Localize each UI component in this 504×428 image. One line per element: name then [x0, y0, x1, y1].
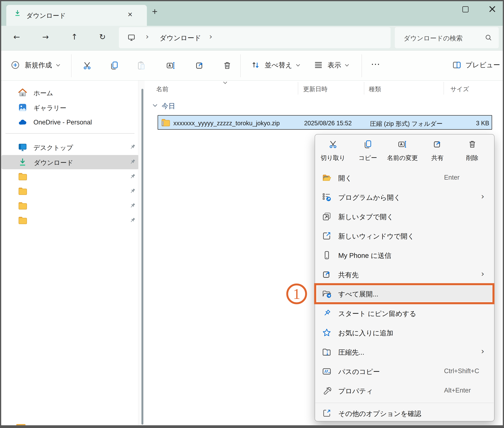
open-with-icon [322, 192, 332, 202]
column-divider[interactable] [444, 82, 444, 95]
group-collapse-chevron-icon[interactable] [153, 102, 157, 107]
scrollbar-thumb[interactable] [141, 89, 143, 425]
quick-action-label: 名前の変更 [386, 154, 419, 162]
toolbar-divider [240, 54, 241, 77]
menu-item-open-new-window[interactable]: 新しいウィンドウで開く [315, 226, 494, 246]
sort-direction-chevron-icon [223, 80, 227, 84]
folder-icon [17, 186, 28, 197]
menu-item-properties[interactable]: プロパティ Alt+Enter [315, 381, 494, 400]
sidebar-item-label: ギャラリー [33, 104, 66, 112]
menu-item-open[interactable]: 開く Enter [315, 168, 494, 187]
sidebar-item-downloads[interactable]: ダウンロード [1, 155, 139, 169]
step-annotation-circle: 1 [286, 284, 307, 304]
rename-button[interactable] [166, 61, 176, 70]
column-header-name[interactable]: 名前 [156, 85, 168, 93]
home-icon [17, 87, 28, 98]
view-button[interactable]: 表示 [314, 60, 348, 70]
more-options-button[interactable]: … [371, 56, 381, 67]
group-header-today[interactable]: 今日 [162, 101, 175, 111]
new-plus-icon [10, 60, 20, 70]
file-row-selected[interactable]: xxxxxxx_yyyyy_zzzzz_toroku_jokyo.zip 202… [157, 115, 492, 130]
quick-action-label: 切り取り [317, 154, 349, 162]
tab-bar: ダウンロード × + × [1, 1, 503, 26]
preview-icon [452, 60, 461, 70]
chevron-down-icon [345, 63, 349, 66]
column-header-modified[interactable]: 更新日時 [303, 85, 328, 93]
menu-item-compress-to[interactable]: 圧縮先... › [315, 342, 494, 362]
column-divider[interactable] [298, 82, 298, 95]
breadcrumb-separator: › [146, 32, 149, 41]
close-button[interactable]: × [488, 2, 497, 15]
address-bar[interactable]: › ダウンロード › [119, 27, 391, 48]
sidebar-item-gallery[interactable]: ギャラリー [1, 101, 137, 115]
sidebar-item-folder-4[interactable] [1, 214, 137, 228]
quick-action-copy[interactable]: コピー [352, 138, 384, 165]
copy-button[interactable] [109, 61, 119, 70]
refresh-button[interactable]: ↻ [99, 32, 106, 41]
pin-icon [129, 187, 136, 195]
pin-icon [129, 158, 136, 165]
file-size: 3 KB [454, 120, 489, 127]
sidebar-item-label: デスクトップ [33, 143, 73, 152]
pin-icon [129, 143, 136, 151]
sidebar-divider [5, 133, 134, 134]
maximize-button[interactable] [463, 6, 469, 12]
menu-item-share-to[interactable]: 共有先 › [315, 265, 494, 284]
quick-action-share[interactable]: 共有 [421, 138, 454, 165]
sidebar-item-folder-1[interactable] [1, 170, 137, 184]
quick-action-cut[interactable]: 切り取り [317, 138, 349, 165]
cut-button[interactable] [82, 61, 92, 70]
up-button[interactable]: ↑ [71, 32, 78, 41]
menu-item-open-with[interactable]: プログラムから開く › [315, 187, 494, 207]
sidebar-item-folder-3[interactable] [1, 199, 137, 213]
delete-icon [468, 140, 477, 149]
quick-action-rename[interactable]: 名前の変更 [386, 138, 419, 165]
menu-item-add-favorites[interactable]: お気に入りに追加 [315, 323, 494, 342]
tab-close-icon[interactable]: × [128, 10, 132, 19]
sidebar-item-onedrive[interactable]: OneDrive - Personal [1, 116, 137, 130]
breadcrumb-downloads[interactable]: ダウンロード [160, 33, 201, 43]
quick-action-delete[interactable]: 削除 [456, 138, 488, 165]
preview-button[interactable]: プレビュー [452, 60, 500, 70]
sort-button[interactable]: 並べ替え [251, 60, 299, 70]
share-icon [433, 140, 442, 149]
menu-item-label: お気に入りに追加 [338, 328, 393, 338]
sidebar-item-folder-2[interactable] [1, 185, 137, 198]
column-header-type[interactable]: 種類 [369, 85, 381, 93]
tab-downloads[interactable]: ダウンロード × [6, 5, 147, 27]
maximize-icon [463, 6, 469, 12]
view-icon [314, 60, 323, 70]
menu-item-show-more-options[interactable]: その他のオプションを確認 [315, 405, 494, 421]
menu-item-copy-path[interactable]: パスのコピー Ctrl+Shift+C [315, 362, 494, 381]
view-label: 表示 [328, 60, 341, 70]
menu-item-send-my-phone[interactable]: My Phone に送信 [315, 246, 494, 265]
search-icon[interactable] [485, 34, 493, 42]
new-button[interactable]: 新規作成 [10, 60, 59, 70]
paste-button[interactable] [136, 61, 146, 70]
copy-icon [363, 140, 372, 149]
sidebar: ホーム ギャラリー OneDrive - Personal [1, 81, 138, 425]
search-box[interactable]: ダウンロードの検索 [395, 27, 499, 48]
share-button[interactable] [195, 61, 205, 70]
search-placeholder: ダウンロードの検索 [404, 34, 463, 43]
menu-item-shortcut: Ctrl+Shift+C [444, 367, 479, 375]
quick-action-label: 共有 [421, 154, 454, 162]
folder-icon [17, 215, 28, 226]
submenu-chevron-icon: › [481, 192, 484, 200]
gallery-icon [17, 102, 28, 113]
delete-button[interactable] [223, 61, 232, 70]
sidebar-item-desktop[interactable]: デスクトップ [1, 140, 137, 154]
column-header-size[interactable]: サイズ [450, 85, 469, 93]
forward-button[interactable]: → [42, 32, 49, 41]
new-tab-button[interactable]: + [152, 6, 157, 17]
back-button[interactable]: ← [13, 32, 20, 41]
menu-item-open-new-tab[interactable]: 新しいタブで開く [315, 207, 494, 226]
sidebar-scrollbar[interactable] [138, 81, 145, 425]
this-pc-icon[interactable] [127, 33, 136, 42]
menu-separator [315, 403, 494, 403]
share-to-icon [322, 270, 332, 280]
sidebar-item-home[interactable]: ホーム [1, 86, 137, 100]
pin-icon [129, 202, 136, 209]
column-divider[interactable] [364, 82, 364, 95]
menu-item-pin-to-start[interactable]: スタート にピン留めする [315, 304, 494, 323]
